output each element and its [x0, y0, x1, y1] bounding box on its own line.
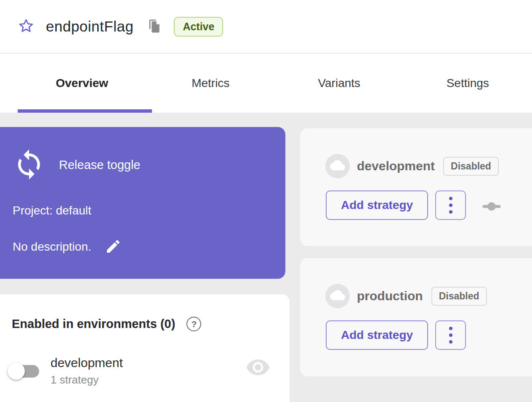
development-card-actions: Add strategy — [326, 190, 466, 220]
flag-description-label: No description. — [13, 240, 91, 254]
enabled-environments-card: Enabled in environments (0) ? developmen… — [0, 294, 290, 402]
development-environment-card: development Disabled Add strategy — [300, 128, 532, 246]
environment-status-badge: Disabled — [443, 157, 499, 176]
page-header: endpointFlag Active — [0, 0, 532, 53]
tab-metrics[interactable]: Metrics — [146, 54, 275, 113]
visibility-button[interactable] — [245, 359, 271, 379]
environment-avatar — [325, 284, 350, 308]
enabled-environments-title: Enabled in environments (0) — [12, 317, 175, 331]
page-title: endpointFlag — [46, 18, 133, 35]
environment-avatar — [325, 154, 350, 178]
help-button[interactable]: ? — [186, 317, 201, 331]
loop-icon — [13, 148, 45, 182]
enabled-environments-header: Enabled in environments (0) ? — [12, 317, 201, 331]
tab-overview-label: Overview — [56, 77, 108, 90]
add-strategy-button[interactable]: Add strategy — [326, 190, 428, 220]
environment-card-name: development — [357, 159, 435, 173]
active-tab-indicator — [18, 109, 152, 113]
tab-overview[interactable]: Overview — [18, 54, 146, 113]
toggle-thumb — [8, 362, 25, 380]
tab-variants-label: Variants — [318, 77, 360, 90]
eye-icon — [245, 373, 271, 379]
tab-settings-label: Settings — [447, 77, 489, 90]
tab-variants[interactable]: Variants — [275, 54, 404, 113]
environment-info: development 1 strategy — [51, 356, 123, 386]
more-actions-button[interactable] — [435, 190, 466, 220]
flag-description-row: No description. — [13, 238, 122, 256]
environment-name: development — [51, 356, 123, 370]
tab-bar: Overview Metrics Variants Settings — [0, 54, 532, 113]
production-card-actions: Add strategy — [326, 320, 466, 350]
development-card-header: development Disabled — [325, 154, 499, 178]
flag-type-label: Release toggle — [59, 158, 140, 172]
add-strategy-button[interactable]: Add strategy — [326, 320, 428, 350]
production-environment-card: production Disabled Add strategy — [300, 258, 532, 376]
environment-status-badge: Disabled — [431, 287, 487, 306]
cloud-icon — [330, 290, 345, 302]
favorite-button[interactable] — [18, 18, 35, 35]
rollout-slider-icon — [482, 201, 501, 214]
environment-strategy-count: 1 strategy — [51, 373, 123, 386]
kebab-icon — [449, 327, 452, 344]
flag-info-card: Release toggle Project: default No descr… — [0, 127, 285, 279]
tab-settings[interactable]: Settings — [404, 54, 532, 113]
development-toggle[interactable] — [8, 362, 40, 380]
status-badge: Active — [174, 17, 223, 37]
production-card-header: production Disabled — [325, 284, 487, 308]
environment-card-name: production — [357, 289, 423, 303]
feature-flag-page: endpointFlag Active Overview Metrics Var… — [0, 0, 532, 402]
star-icon — [18, 18, 35, 36]
pencil-icon — [105, 238, 122, 256]
copy-name-button[interactable] — [146, 19, 162, 34]
flag-project-label: Project: default — [13, 204, 91, 217]
edit-description-button[interactable] — [104, 238, 122, 256]
more-actions-button[interactable] — [435, 320, 466, 350]
cloud-icon — [330, 160, 345, 172]
copy-icon — [147, 19, 161, 35]
kebab-icon — [449, 197, 452, 214]
tab-metrics-label: Metrics — [192, 77, 229, 90]
question-mark-icon: ? — [191, 319, 197, 329]
